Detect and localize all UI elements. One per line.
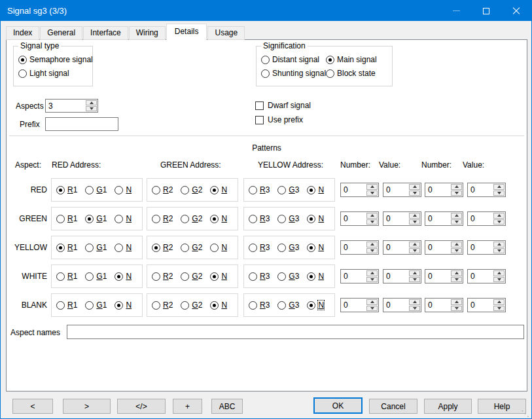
dwarf-signal-checkbox[interactable]: Dwarf signal: [255, 101, 311, 110]
spinner-value[interactable]: 0: [468, 183, 493, 196]
apply-button[interactable]: Apply: [424, 399, 472, 414]
spinner-value[interactable]: 0: [383, 270, 408, 283]
spinner-value[interactable]: 0: [425, 270, 450, 283]
spinner-up-button[interactable]: [451, 299, 462, 305]
spinner-value[interactable]: 0: [383, 212, 408, 225]
spinner-value[interactable]: 0: [468, 241, 493, 254]
radio-g3-group3[interactable]: G3: [277, 185, 299, 194]
tab-usage[interactable]: Usage: [207, 26, 245, 40]
radio-r2-group2[interactable]: R2: [152, 214, 173, 223]
spinner-value[interactable]: 0: [341, 299, 366, 312]
radio-n-group2[interactable]: N: [210, 185, 227, 194]
spinner-down-button[interactable]: [493, 248, 505, 254]
spinner-up-button[interactable]: [451, 213, 462, 219]
radio-r3-group3[interactable]: R3: [249, 301, 270, 310]
prefix-input[interactable]: [45, 117, 118, 131]
abc-button[interactable]: ABC: [211, 399, 243, 414]
radio-shunting-signal[interactable]: Shunting signal: [261, 69, 326, 78]
spinner-down-button[interactable]: [493, 306, 505, 312]
spinner-up-button[interactable]: [409, 270, 420, 276]
spinner-value[interactable]: 0: [383, 241, 408, 254]
spinner-value[interactable]: 0: [425, 212, 450, 225]
radio-n-group2[interactable]: N: [210, 272, 227, 281]
radio-g1-group1[interactable]: G1: [85, 243, 107, 252]
code-button[interactable]: </>: [117, 399, 166, 414]
spinner-up-button[interactable]: [366, 299, 378, 305]
tab-wiring[interactable]: Wiring: [129, 26, 166, 40]
spinner-down-button[interactable]: [366, 248, 378, 254]
aspect-names-input[interactable]: [67, 325, 524, 339]
spinner-value[interactable]: 0: [425, 183, 450, 196]
spinner-up-button[interactable]: [451, 184, 462, 190]
spinner-up-button[interactable]: [451, 242, 462, 247]
radio-n-group2[interactable]: N: [210, 214, 227, 223]
prev-button[interactable]: <: [12, 399, 53, 414]
ok-button[interactable]: OK: [313, 397, 363, 414]
spinner-up-button[interactable]: [409, 242, 420, 247]
radio-g1-group1[interactable]: G1: [85, 214, 107, 223]
spinner-value[interactable]: 0: [341, 270, 366, 283]
spinner-down-button[interactable]: [409, 306, 420, 312]
spinner-up-button[interactable]: [451, 270, 462, 276]
radio-g3-group3[interactable]: G3: [277, 272, 299, 281]
spinner-up-button[interactable]: [366, 242, 378, 247]
radio-g2-group2[interactable]: G2: [181, 214, 202, 223]
spinner-up-button[interactable]: [493, 299, 505, 305]
radio-r1-group1[interactable]: R1: [56, 185, 77, 194]
radio-g3-group3[interactable]: G3: [277, 243, 299, 252]
minimize-button[interactable]: [441, 1, 471, 21]
spinner-down-button[interactable]: [86, 106, 97, 111]
spinner-down-button[interactable]: [451, 219, 462, 225]
help-button[interactable]: Help: [478, 399, 526, 414]
spinner-down-button[interactable]: [451, 277, 462, 283]
next-button[interactable]: >: [63, 399, 111, 414]
spinner-down-button[interactable]: [451, 306, 462, 312]
spinner-value[interactable]: 0: [341, 183, 366, 196]
radio-r1-group1[interactable]: R1: [56, 272, 77, 281]
radio-r2-group2[interactable]: R2: [152, 243, 173, 252]
spinner-down-button[interactable]: [366, 219, 378, 225]
radio-r3-group3[interactable]: R3: [249, 272, 270, 281]
spinner-up-button[interactable]: [493, 184, 505, 190]
radio-g1-group1[interactable]: G1: [85, 301, 107, 310]
radio-g2-group2[interactable]: G2: [181, 243, 202, 252]
spinner-value[interactable]: 0: [341, 212, 366, 225]
radio-distant-signal[interactable]: Distant signal: [261, 55, 326, 64]
radio-r3-group3[interactable]: R3: [249, 243, 270, 252]
spinner-down-button[interactable]: [409, 191, 420, 196]
tab-index[interactable]: Index: [6, 26, 39, 40]
radio-n-group3[interactable]: N: [307, 214, 324, 223]
radio-r1-group1[interactable]: R1: [56, 243, 77, 252]
radio-semaphore-signal[interactable]: Semaphore signal: [18, 55, 93, 64]
spinner-value[interactable]: 0: [383, 183, 408, 196]
tab-interface[interactable]: Interface: [83, 26, 128, 40]
radio-g3-group3[interactable]: G3: [277, 301, 299, 310]
cancel-button[interactable]: Cancel: [369, 399, 417, 414]
radio-n-group3[interactable]: N: [307, 243, 324, 252]
spinner-value[interactable]: 0: [468, 270, 493, 283]
radio-g2-group2[interactable]: G2: [181, 301, 202, 310]
spinner-value[interactable]: 0: [425, 299, 450, 312]
spinner-down-button[interactable]: [451, 248, 462, 254]
spinner-down-button[interactable]: [409, 248, 420, 254]
spinner-up-button[interactable]: [493, 242, 505, 247]
spinner-up-button[interactable]: [366, 213, 378, 219]
radio-main-signal[interactable]: Main signal: [326, 55, 392, 64]
spinner-up-button[interactable]: [366, 270, 378, 276]
radio-n-group1[interactable]: N: [115, 272, 132, 281]
spinner-value[interactable]: 0: [468, 299, 493, 312]
radio-g2-group2[interactable]: G2: [181, 272, 202, 281]
radio-block-state[interactable]: Block state: [326, 69, 392, 78]
radio-r2-group2[interactable]: R2: [152, 272, 173, 281]
tab-details[interactable]: Details: [166, 24, 207, 40]
radio-n-group1[interactable]: N: [115, 185, 132, 194]
radio-g3-group3[interactable]: G3: [277, 214, 299, 223]
radio-n-group2[interactable]: N: [210, 243, 227, 252]
spinner-down-button[interactable]: [409, 277, 420, 283]
radio-light-signal[interactable]: Light signal: [18, 69, 69, 78]
spinner-up-button[interactable]: [409, 213, 420, 219]
spinner-up-button[interactable]: [86, 100, 97, 105]
spinner-down-button[interactable]: [366, 277, 378, 283]
spinner-value[interactable]: 0: [468, 212, 493, 225]
spinner-down-button[interactable]: [493, 219, 505, 225]
